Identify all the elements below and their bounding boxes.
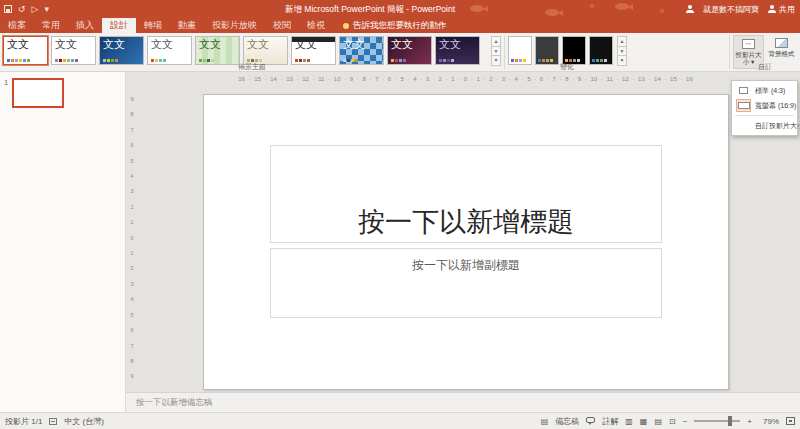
- custom-size-icon-spacer: [736, 119, 751, 132]
- zoom-slider-thumb[interactable]: [728, 416, 732, 426]
- tab-insert[interactable]: 插入: [68, 18, 102, 33]
- theme-sample-text: 文文: [55, 38, 77, 51]
- tab-design[interactable]: 設計: [102, 18, 136, 33]
- theme-sample-text: 文文: [103, 38, 125, 51]
- variant-thumbnail-4[interactable]: [589, 36, 613, 65]
- slide-sorter-view-button[interactable]: ▦: [640, 417, 648, 426]
- tell-me-box[interactable]: 告訴我您想要執行的動作: [343, 18, 447, 33]
- subtitle-placeholder[interactable]: 按一下以新增副標題: [270, 248, 662, 318]
- slide-counter[interactable]: 投影片 1/1: [5, 416, 42, 427]
- theme-sample-text: 文文: [151, 38, 173, 51]
- zoom-percent[interactable]: 79%: [759, 417, 779, 426]
- theme-thumbnail-7[interactable]: 文文: [291, 36, 336, 65]
- status-bar: 投影片 1/1 中文 (台灣) ▤ 備忘稿 註解 ▥ ▦ ▤ ⊡ − + 79%: [0, 412, 800, 429]
- account-avatar-icon[interactable]: [686, 5, 694, 13]
- fit-slide-to-window-icon[interactable]: [786, 417, 795, 425]
- customize-qat-chevron-icon[interactable]: ▾: [44, 4, 49, 14]
- comments-icon: [586, 417, 595, 423]
- variant-thumbnail-2[interactable]: [535, 36, 559, 65]
- ribbon-group-separator: [504, 35, 505, 69]
- proofing-language-icon[interactable]: [49, 418, 57, 425]
- notes-toggle[interactable]: 備忘稿: [555, 416, 579, 427]
- tab-home[interactable]: 常用: [34, 18, 68, 33]
- normal-view-button[interactable]: ▥: [625, 417, 633, 426]
- format-background-icon: [775, 38, 788, 48]
- slide-thumbnail-number: 1: [4, 78, 8, 87]
- notes-pane[interactable]: 按一下以新增備忘稿: [126, 392, 800, 412]
- language-indicator[interactable]: 中文 (台灣): [64, 416, 104, 427]
- tab-view[interactable]: 檢視: [299, 18, 333, 33]
- themes-group-label: 佈景主題: [3, 62, 501, 71]
- slide-size-icon: [742, 39, 755, 49]
- quick-access-toolbar: ↺ ▷ ▾: [4, 0, 49, 18]
- horizontal-ruler: 16 · 15 · 14 · 13 · 12 · 11 · 10 · 9 · 8…: [138, 73, 793, 86]
- theme-sample-text: 文文: [439, 38, 461, 51]
- window-title: 新增 Microsoft PowerPoint 簡報 - PowerPoint: [120, 0, 620, 18]
- theme-thumbnail-4[interactable]: 文文: [147, 36, 192, 65]
- theme-thumbnail-8[interactable]: 文文: [339, 36, 384, 65]
- tab-transitions[interactable]: 轉場: [136, 18, 170, 33]
- slide-size-menu: 標準 (4:3) 寬螢幕 (16:9) 自訂投影片大小...: [731, 80, 798, 136]
- customize-group-label: 自訂: [733, 62, 797, 71]
- theme-sample-text: 文文: [7, 38, 29, 51]
- widescreen-ratio-icon: [736, 99, 751, 112]
- theme-sample-text: 文文: [247, 38, 269, 51]
- notes-toggle-icon: ▤: [541, 417, 549, 426]
- tab-review[interactable]: 校閱: [265, 18, 299, 33]
- theme-thumbnail-2[interactable]: 文文: [51, 36, 96, 65]
- slideshow-view-button[interactable]: ⊡: [669, 417, 676, 426]
- tab-slideshow[interactable]: 投影片放映: [204, 18, 265, 33]
- variant-thumbnail-3[interactable]: [562, 36, 586, 65]
- slide-thumbnail[interactable]: [12, 78, 64, 108]
- theme-thumbnail-3[interactable]: 文文: [99, 36, 144, 65]
- notes-placeholder: 按一下以新增備忘稿: [136, 397, 213, 407]
- themes-gallery-scroll: ▲ ▼ ▼: [491, 36, 501, 65]
- undo-icon[interactable]: ↺: [18, 4, 26, 14]
- title-placeholder[interactable]: 按一下以新增標題: [270, 145, 662, 243]
- ribbon-design: 文文 文文 文文 文文 文文 文文 文文 文文 文文 文文 ▲ ▼ ▼ ▲ ▼ …: [0, 33, 800, 72]
- menu-item-widescreen-16-9[interactable]: 寬螢幕 (16:9): [732, 98, 797, 113]
- tab-animations[interactable]: 動畫: [170, 18, 204, 33]
- variants-gallery: [508, 36, 613, 65]
- variants-gallery-scroll: ▲ ▼ ▼: [617, 36, 627, 65]
- slide-thumbnail-panel: 1: [0, 72, 126, 412]
- account-name[interactable]: 就是數不搞阿寶: [703, 4, 759, 15]
- zoom-out-button[interactable]: −: [683, 417, 688, 426]
- slide-canvas[interactable]: 按一下以新增標題 按一下以新增副標題: [203, 94, 729, 390]
- start-slideshow-icon[interactable]: ▷: [32, 4, 39, 14]
- share-button[interactable]: 共用: [768, 4, 795, 15]
- comments-toggle[interactable]: 註解: [602, 416, 618, 427]
- zoom-in-button[interactable]: +: [747, 417, 752, 426]
- variants-group-label: 變化: [508, 62, 626, 71]
- menu-separator: [735, 115, 794, 116]
- theme-sample-text: 文文: [391, 38, 413, 51]
- save-icon[interactable]: [4, 5, 12, 13]
- titlebar-doodle-bubble-icon: [660, 9, 664, 13]
- powerpoint-window: ↺ ▷ ▾ 新增 Microsoft PowerPoint 簡報 - Power…: [0, 0, 800, 429]
- reading-view-button[interactable]: ▤: [654, 417, 662, 426]
- vertical-ruler: 9 8 7 6 5 4 3 2 1 0 1 2 3 4 5 6 7 8 9: [126, 86, 138, 396]
- theme-sample-text: 文文: [295, 38, 317, 51]
- themes-gallery: 文文 文文 文文 文文 文文 文文 文文 文文 文文 文文: [3, 36, 480, 65]
- tab-file[interactable]: 檔案: [0, 18, 34, 33]
- theme-sample-text: 文文: [199, 38, 221, 51]
- lightbulb-icon: [343, 23, 349, 29]
- theme-thumbnail-10[interactable]: 文文: [435, 36, 480, 65]
- theme-thumbnail-5[interactable]: 文文: [195, 36, 240, 65]
- theme-thumbnail-6[interactable]: 文文: [243, 36, 288, 65]
- menu-item-custom-slide-size[interactable]: 自訂投影片大小...: [732, 118, 797, 133]
- ribbon-tab-row: 檔案 常用 插入 設計 轉場 動畫 投影片放映 校閱 檢視 告訴我您想要執行的動…: [0, 18, 800, 33]
- theme-thumbnail-office[interactable]: 文文: [3, 36, 48, 65]
- menu-item-standard-4-3[interactable]: 標準 (4:3): [732, 83, 797, 98]
- share-icon: [768, 5, 776, 13]
- title-bar: ↺ ▷ ▾ 新增 Microsoft PowerPoint 簡報 - Power…: [0, 0, 800, 18]
- variant-thumbnail-1[interactable]: [508, 36, 532, 65]
- theme-sample-text: 文文: [343, 38, 365, 51]
- theme-thumbnail-9[interactable]: 文文: [387, 36, 432, 65]
- zoom-slider[interactable]: [694, 420, 740, 422]
- ribbon-group-separator: [729, 35, 730, 69]
- standard-ratio-icon: [736, 84, 751, 97]
